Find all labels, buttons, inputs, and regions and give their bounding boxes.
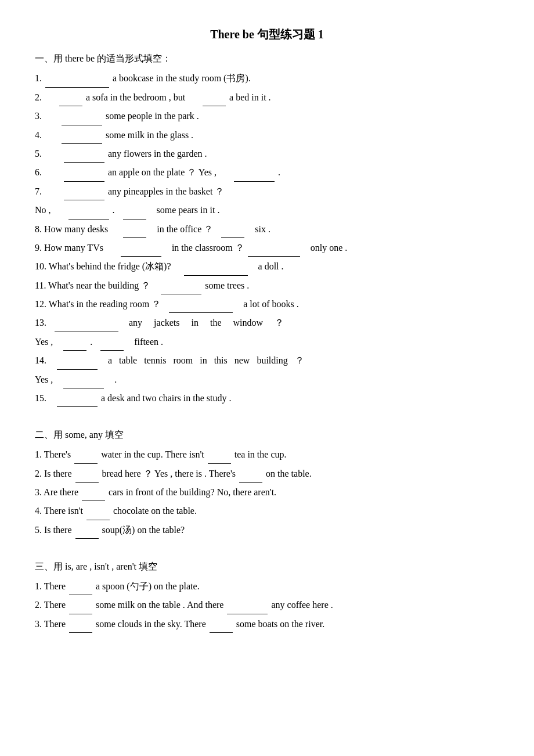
blank-s2-1-1 bbox=[74, 463, 98, 464]
s1-line14b: Yes , . bbox=[35, 371, 499, 388]
s1-line8: 8. How many desks in the office ？ six . bbox=[35, 221, 499, 238]
blank-s2-2-1 bbox=[75, 482, 99, 483]
s1-line7b: No , . some pears in it . bbox=[35, 201, 499, 219]
s1-line3: 3. some people in the park . bbox=[35, 107, 499, 125]
blank-s3-1-1 bbox=[69, 595, 92, 595]
s1-line6: 6. an apple on the plate ？ Yes , . bbox=[35, 164, 499, 181]
blank-13-1 bbox=[55, 332, 118, 332]
blank-11-1 bbox=[161, 294, 201, 294]
blank-2-2 bbox=[203, 106, 226, 106]
blank-s3-3-1 bbox=[69, 632, 92, 633]
s1-line11: 11. What's near the building ？ some tree… bbox=[35, 277, 499, 294]
blank-7-2 bbox=[68, 219, 109, 219]
s1-line13b: Yes , . fifteen . bbox=[35, 333, 499, 351]
s1-line4: 4. some milk in the glass . bbox=[35, 127, 499, 144]
blank-13-3 bbox=[100, 350, 124, 351]
s1-line2: 2. a sofa in the bedroom , but a bed in … bbox=[35, 89, 499, 106]
blank-3-1 bbox=[62, 125, 102, 125]
blank-8-2 bbox=[221, 237, 244, 238]
s1-line15: 15. a desk and two chairs in the study . bbox=[35, 390, 499, 407]
blank-7-3 bbox=[123, 219, 146, 219]
blank-14-1 bbox=[57, 369, 98, 370]
blank-s2-4-1 bbox=[86, 520, 110, 520]
s2-line3: 3. Are there cars in front of the buildi… bbox=[35, 484, 499, 501]
blank-12-1 bbox=[169, 312, 233, 313]
s3-line2: 2. There some milk on the table . And th… bbox=[35, 596, 499, 614]
blank-6-1 bbox=[64, 181, 104, 182]
s1-line7: 7. any pineapples in the basket ？ bbox=[35, 183, 499, 200]
blank-10-1 bbox=[184, 275, 248, 276]
blank-6-2 bbox=[234, 181, 275, 182]
blank-9-1 bbox=[121, 256, 161, 257]
s1-line1: 1. a bookcase in the study room (书房). bbox=[35, 70, 499, 87]
blank-7-1 bbox=[64, 200, 104, 200]
blank-s3-2-1 bbox=[69, 614, 92, 614]
s1-line9: 9. How many TVs in the classroom ？ only … bbox=[35, 239, 499, 257]
s3-line3: 3. There some clouds in the sky. There s… bbox=[35, 615, 499, 633]
page-title: There be 句型练习题 1 bbox=[35, 23, 499, 45]
s1-line5: 5. any flowers in the garden . bbox=[35, 145, 499, 163]
s1-line10: 10. What's behind the fridge (冰箱)? a dol… bbox=[35, 258, 499, 275]
blank-13-2 bbox=[63, 350, 86, 351]
blank-2-1 bbox=[59, 106, 82, 106]
section2-header: 二、用 some, any 填空 bbox=[35, 426, 499, 444]
blank-5-1 bbox=[64, 162, 104, 163]
blank-8-1 bbox=[123, 237, 146, 238]
s2-line2: 2. Is there bread here ？ Yes , there is … bbox=[35, 465, 499, 483]
section1-header: 一、用 there be 的适当形式填空： bbox=[35, 50, 499, 67]
s3-line1: 1. There a spoon (勺子) on the plate. bbox=[35, 578, 499, 595]
blank-s2-3-1 bbox=[82, 501, 105, 501]
blank-15-1 bbox=[57, 406, 98, 407]
blank-s2-2-2 bbox=[239, 482, 262, 483]
blank-s3-2-2 bbox=[227, 614, 268, 614]
blank-s3-3-2 bbox=[210, 632, 233, 633]
s2-line4: 4. There isn't chocolate on the table. bbox=[35, 502, 499, 520]
blank-9-2 bbox=[248, 256, 300, 257]
blank-4-1 bbox=[62, 143, 102, 144]
blank-s2-5-1 bbox=[75, 538, 99, 539]
section3-header: 三、用 is, are , isn't , aren't 填空 bbox=[35, 558, 499, 575]
blank-1-1 bbox=[45, 87, 109, 88]
s2-line5: 5. Is there soup(汤) on the table? bbox=[35, 521, 499, 539]
blank-14-2 bbox=[63, 388, 104, 388]
s1-line14: 14. a table tennis room in this new buil… bbox=[35, 352, 499, 369]
blank-s2-1-2 bbox=[208, 463, 231, 464]
s1-line12: 12. What's in the reading room ？ a lot o… bbox=[35, 296, 499, 313]
s1-line13: 13. any jackets in the window ？ bbox=[35, 314, 499, 332]
s2-line1: 1. There's water in the cup. There isn't… bbox=[35, 446, 499, 463]
